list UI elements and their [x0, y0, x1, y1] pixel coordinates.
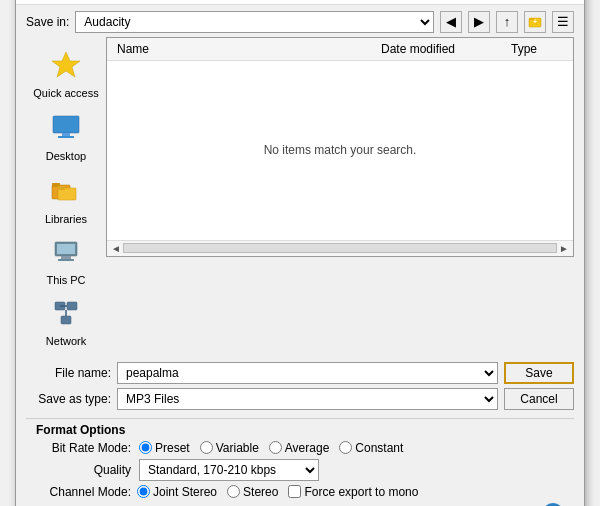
save-in-combo[interactable]: Audacity — [75, 11, 434, 33]
libraries-icon — [50, 174, 82, 211]
format-options-title: Format Options — [36, 423, 125, 437]
svg-rect-13 — [58, 186, 65, 190]
channel-stereo[interactable]: Stereo — [227, 485, 278, 499]
desktop-icon — [50, 111, 82, 148]
svg-text:+: + — [533, 18, 537, 25]
sidebar-item-this-pc[interactable]: This PC — [30, 232, 102, 291]
col-name: Name — [113, 40, 377, 58]
bit-rate-variable-label: Variable — [216, 441, 259, 455]
quality-label: Quality — [36, 463, 131, 477]
svg-rect-16 — [61, 256, 71, 259]
scroll-left-arrow[interactable]: ◄ — [111, 243, 121, 254]
view-button[interactable]: ☰ — [552, 11, 574, 33]
scroll-right-arrow[interactable]: ► — [559, 243, 569, 254]
bit-rate-options: Preset Variable Average Constant — [139, 441, 403, 455]
this-pc-icon — [51, 237, 81, 272]
forward-button[interactable]: ▶ — [468, 11, 490, 33]
network-icon — [51, 298, 81, 333]
save-as-type-combo[interactable]: MP3 Files — [117, 388, 498, 410]
sidebar-item-desktop[interactable]: Desktop — [30, 106, 102, 167]
file-list-content: No items match your search. — [107, 61, 573, 240]
svg-rect-15 — [57, 244, 75, 254]
bit-rate-average-radio[interactable] — [269, 441, 282, 454]
svg-marker-5 — [52, 52, 80, 77]
svg-rect-6 — [53, 116, 79, 133]
sidebar-item-libraries[interactable]: Libraries — [30, 169, 102, 230]
channel-joint-stereo-radio[interactable] — [137, 485, 150, 498]
col-date: Date modified — [377, 40, 507, 58]
bit-rate-preset-radio[interactable] — [139, 441, 152, 454]
scroll-track[interactable] — [123, 243, 557, 253]
file-name-combo[interactable]: peapalma — [117, 362, 498, 384]
bit-rate-preset-label: Preset — [155, 441, 190, 455]
format-options-section: Format Options Bit Rate Mode: Preset Var… — [26, 418, 574, 507]
bit-rate-constant-radio[interactable] — [339, 441, 352, 454]
bit-rate-constant-label: Constant — [355, 441, 403, 455]
force-mono-option[interactable]: Force export to mono — [288, 485, 418, 499]
quality-row: Quality Standard, 170-210 kbps — [26, 459, 574, 481]
svg-rect-9 — [58, 136, 74, 138]
quality-combo[interactable]: Standard, 170-210 kbps — [139, 459, 319, 481]
channel-joint-stereo-label: Joint Stereo — [153, 485, 217, 499]
export-audio-dialog: ♪ Export Audio ✕ Save in: Audacity ◀ ▶ ↑… — [15, 0, 585, 506]
save-as-type-row: Save as type: MP3 Files Cancel — [26, 388, 574, 410]
file-list-header: Name Date modified Type — [107, 38, 573, 61]
svg-rect-20 — [61, 316, 71, 324]
bit-rate-average[interactable]: Average — [269, 441, 329, 455]
sidebar-item-network[interactable]: Network — [30, 293, 102, 352]
this-pc-label: This PC — [46, 274, 85, 286]
channel-stereo-label: Stereo — [243, 485, 278, 499]
bit-rate-average-label: Average — [285, 441, 329, 455]
bottom-row: ? — [26, 499, 574, 507]
file-name-label: File name: — [26, 366, 111, 380]
file-name-row: File name: peapalma Save — [26, 362, 574, 384]
quick-access-label: Quick access — [33, 87, 98, 99]
cancel-button[interactable]: Cancel — [504, 388, 574, 410]
main-area: Quick access Desktop — [16, 37, 584, 358]
bit-rate-row: Bit Rate Mode: Preset Variable Average C… — [26, 441, 574, 455]
file-list-area: Name Date modified Type No items match y… — [106, 37, 574, 257]
force-mono-checkbox[interactable] — [288, 485, 301, 498]
network-label: Network — [46, 335, 86, 347]
save-in-label: Save in: — [26, 15, 69, 29]
svg-rect-19 — [67, 302, 77, 310]
svg-rect-8 — [62, 133, 70, 136]
sidebar-item-quick-access[interactable]: Quick access — [30, 43, 102, 104]
sidebar: Quick access Desktop — [26, 37, 106, 358]
channel-mode-label: Channel Mode: — [36, 485, 131, 499]
channel-options: Joint Stereo Stereo Force export to mono — [137, 485, 574, 499]
svg-rect-17 — [58, 259, 74, 261]
save-button[interactable]: Save — [504, 362, 574, 384]
channel-stereo-radio[interactable] — [227, 485, 240, 498]
up-button[interactable]: ↑ — [496, 11, 518, 33]
channel-mode-row: Channel Mode: Joint Stereo Stereo Force … — [26, 485, 574, 499]
bit-rate-label: Bit Rate Mode: — [36, 441, 131, 455]
save-as-type-label: Save as type: — [26, 392, 111, 406]
libraries-label: Libraries — [45, 213, 87, 225]
bit-rate-variable-radio[interactable] — [200, 441, 213, 454]
save-in-row: Save in: Audacity ◀ ▶ ↑ + ☰ — [16, 5, 584, 37]
fields-section: File name: peapalma Save Save as type: M… — [16, 358, 584, 414]
desktop-label: Desktop — [46, 150, 86, 162]
force-mono-label: Force export to mono — [304, 485, 418, 499]
back-button[interactable]: ◀ — [440, 11, 462, 33]
quick-access-icon — [50, 48, 82, 85]
new-folder-button[interactable]: + — [524, 11, 546, 33]
bit-rate-variable[interactable]: Variable — [200, 441, 259, 455]
help-button[interactable]: ? — [542, 503, 564, 507]
horizontal-scrollbar[interactable]: ◄ ► — [107, 240, 573, 256]
channel-joint-stereo[interactable]: Joint Stereo — [137, 485, 217, 499]
col-type: Type — [507, 40, 567, 58]
bit-rate-constant[interactable]: Constant — [339, 441, 403, 455]
new-folder-icon: + — [528, 15, 542, 29]
empty-message: No items match your search. — [264, 143, 417, 157]
bit-rate-preset[interactable]: Preset — [139, 441, 190, 455]
